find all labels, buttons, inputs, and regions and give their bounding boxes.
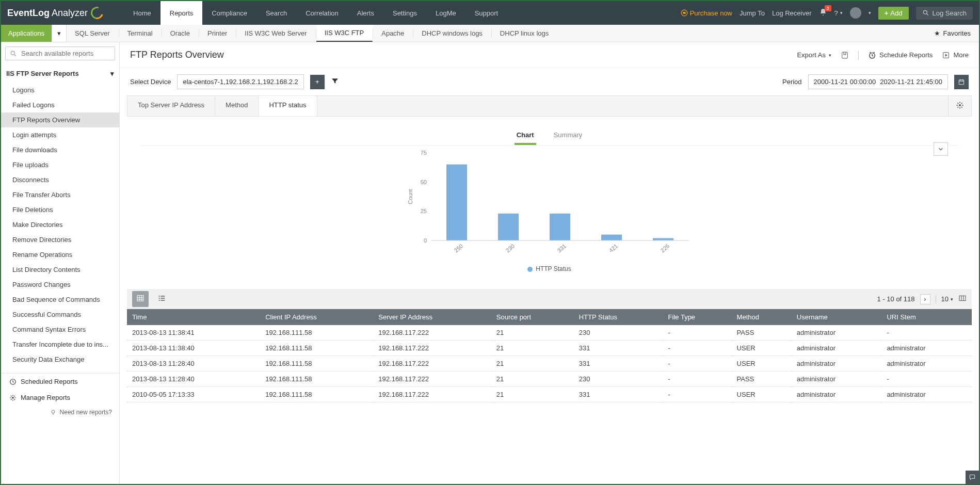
report-search[interactable] — [5, 46, 115, 60]
col-username[interactable]: Username — [792, 309, 882, 325]
tabs-list: Top Server IP AddressMethodHTTP status — [127, 96, 317, 116]
sidebar-item[interactable]: FTP Reports Overview — [1, 112, 119, 127]
help-button[interactable]: ? ▾ — [834, 9, 843, 17]
sidebar-item[interactable]: Logons — [1, 83, 119, 98]
col-time[interactable]: Time — [127, 309, 260, 325]
log-search-button[interactable]: Log Search — [916, 7, 973, 20]
table-row[interactable]: 2013-08-13 11:28:40192.168.111.58192.168… — [127, 371, 972, 387]
nav-correlation[interactable]: Correlation — [296, 1, 348, 25]
tab-http-status[interactable]: HTTP status — [259, 96, 317, 116]
sidebar-item[interactable]: Make Directories — [1, 217, 119, 232]
chart-tab-summary[interactable]: Summary — [552, 127, 585, 145]
more-button[interactable]: More — [942, 51, 969, 59]
device-input[interactable]: ela-centos7-1,192.168.2.1,192.168.2.2 — [177, 74, 303, 89]
nav-search[interactable]: Search — [256, 1, 296, 25]
table-view-button[interactable] — [132, 291, 149, 307]
nav-support[interactable]: Support — [465, 1, 508, 25]
nav-reports[interactable]: Reports — [160, 1, 203, 25]
need-reports-link[interactable]: Need new reports? — [1, 406, 119, 419]
cell: 230 — [574, 325, 663, 341]
sidebar-item[interactable]: Bad Sequence of Commands — [1, 292, 119, 307]
cell: - — [881, 325, 972, 341]
add-button[interactable]: + Add — [878, 7, 909, 20]
sidebar-item[interactable]: Security Data Exchange — [1, 352, 119, 367]
sidebar-item[interactable]: File Transfer Aborts — [1, 187, 119, 202]
sidebar-group-header[interactable]: IIS FTP Server Reports ▾ — [1, 64, 119, 83]
tab-top-server-ip-address[interactable]: Top Server IP Address — [127, 96, 215, 116]
save-view-button[interactable] — [841, 51, 849, 59]
log-receiver-link[interactable]: Log Receiver — [772, 9, 812, 17]
sidebar-item[interactable]: Transfer Incomplete due to ins... — [1, 337, 119, 352]
subnav-sql-server[interactable]: SQL Server — [67, 25, 118, 42]
feedback-button[interactable] — [966, 471, 979, 484]
pager-next-button[interactable]: › — [920, 294, 930, 304]
sidebar-item[interactable]: File downloads — [1, 142, 119, 157]
sidebar-item[interactable]: File Deletions — [1, 202, 119, 217]
schedule-reports-button[interactable]: Schedule Reports — [868, 51, 933, 59]
sidebar-item[interactable]: Disconnects — [1, 172, 119, 187]
svg-rect-9 — [959, 79, 963, 84]
subnav-dhcp-windows-logs[interactable]: DHCP windows logs — [413, 25, 491, 42]
add-device-button[interactable]: + — [310, 75, 325, 89]
list-view-button[interactable] — [154, 291, 170, 307]
subnav-oracle[interactable]: Oracle — [162, 25, 199, 42]
sidebar-item[interactable]: Password Changes — [1, 277, 119, 292]
notifications-button[interactable]: 3 — [819, 8, 827, 18]
sidebar-item[interactable]: Command Syntax Errors — [1, 322, 119, 337]
filter-button[interactable] — [331, 77, 339, 87]
nav-alerts[interactable]: Alerts — [348, 1, 383, 25]
table-row[interactable]: 2013-08-13 11:28:40192.168.111.58192.168… — [127, 356, 972, 371]
report-search-input[interactable] — [21, 50, 110, 57]
need-label: Need new reports? — [60, 409, 112, 416]
pagesize-select[interactable]: 10 ▾ — [941, 295, 953, 303]
applications-button[interactable]: Applications — [1, 25, 52, 42]
favorites-link[interactable]: ★ Favorites — [926, 25, 979, 42]
manage-reports-link[interactable]: Manage Reports — [1, 390, 119, 406]
col-source-port[interactable]: Source port — [491, 309, 574, 325]
export-as-button[interactable]: Export As ▾ — [797, 51, 831, 59]
col-method[interactable]: Method — [732, 309, 792, 325]
cell: 21 — [491, 371, 574, 387]
subnav-terminal[interactable]: Terminal — [119, 25, 162, 42]
sidebar-item[interactable]: Login attempts — [1, 127, 119, 142]
avatar-chevron[interactable]: ▾ — [869, 10, 871, 15]
user-avatar[interactable] — [850, 7, 861, 19]
subnav-iis-w3c-web-server[interactable]: IIS W3C Web Server — [236, 25, 315, 42]
table-row[interactable]: 2010-05-05 17:13:33192.168.111.58192.168… — [127, 387, 972, 402]
subnav-apache[interactable]: Apache — [373, 25, 413, 42]
col-http-status[interactable]: HTTP Status — [574, 309, 663, 325]
sidebar-item[interactable]: List Directory Contents — [1, 262, 119, 277]
nav-compliance[interactable]: Compliance — [202, 1, 256, 25]
col-file-type[interactable]: File Type — [663, 309, 732, 325]
columns-button[interactable] — [958, 294, 967, 304]
period-range[interactable]: 2000-11-21 00:00:00 2020-11-21 21:45:00 — [808, 74, 948, 89]
jump-to-link[interactable]: Jump To — [740, 9, 765, 17]
logo[interactable]: EventLog Analyzer — [7, 7, 103, 19]
subnav-iis-w3c-ftp[interactable]: IIS W3C FTP — [316, 25, 373, 42]
col-server-ip-address[interactable]: Server IP Address — [373, 309, 491, 325]
nav-settings[interactable]: Settings — [383, 1, 426, 25]
purchase-now-link[interactable]: Purchase now — [681, 9, 732, 17]
calendar-button[interactable] — [954, 75, 969, 89]
col-uri-stem[interactable]: URI Stem — [881, 309, 972, 325]
sidebar-item[interactable]: Rename Operations — [1, 247, 119, 262]
applications-dropdown[interactable]: ▾ — [52, 25, 67, 42]
tab-method[interactable]: Method — [215, 96, 259, 116]
subnav-printer[interactable]: Printer — [199, 25, 236, 42]
chart-tab-chart[interactable]: Chart — [515, 127, 536, 145]
table-header-row: TimeClient IP AddressServer IP AddressSo… — [127, 309, 972, 325]
tab-settings-button[interactable] — [948, 96, 971, 116]
subnav-dhcp-linux-logs[interactable]: DHCP linux logs — [492, 25, 557, 42]
sidebar-item[interactable]: Remove Directories — [1, 232, 119, 247]
scheduled-reports-link[interactable]: Scheduled Reports — [1, 374, 119, 390]
svg-point-5 — [52, 410, 55, 413]
col-client-ip-address[interactable]: Client IP Address — [260, 309, 373, 325]
sidebar-item[interactable]: File uploads — [1, 157, 119, 172]
sidebar-item[interactable]: Failed Logons — [1, 98, 119, 112]
table-row[interactable]: 2013-08-13 11:38:40192.168.111.58192.168… — [127, 341, 972, 356]
chart-options-button[interactable] — [934, 142, 948, 156]
nav-logme[interactable]: LogMe — [426, 1, 465, 25]
sidebar-item[interactable]: Successful Commands — [1, 307, 119, 322]
table-row[interactable]: 2013-08-13 11:38:41192.168.111.58192.168… — [127, 325, 972, 341]
nav-home[interactable]: Home — [124, 1, 160, 25]
